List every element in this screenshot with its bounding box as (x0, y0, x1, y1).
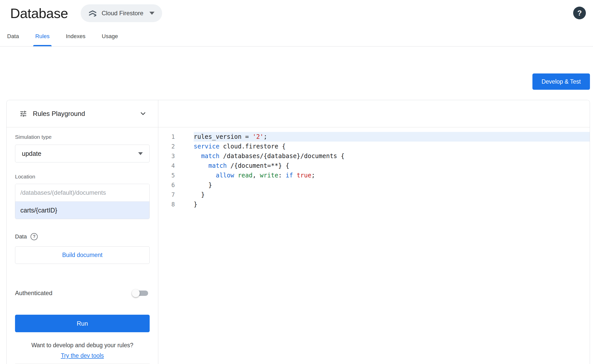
code-line[interactable]: 5 allow read, write: if true; (158, 171, 590, 180)
help-button[interactable]: ? (573, 7, 586, 19)
code-line[interactable]: 8} (158, 200, 590, 209)
tab-usage[interactable]: Usage (102, 26, 118, 46)
database-selector[interactable]: Cloud Firestore (81, 4, 162, 22)
helper-text: Want to develop and debug your rules? (15, 342, 150, 349)
rules-panel: Rules Playground Simulation type update … (6, 100, 590, 364)
line-number: 1 (158, 133, 194, 140)
playground-title: Rules Playground (33, 110, 134, 118)
code-text[interactable]: allow read, write: if true; (194, 171, 590, 180)
tab-data[interactable]: Data (7, 26, 19, 46)
page: Database Cloud Firestore ? Data Rules In… (0, 0, 593, 364)
location-input[interactable]: carts/{cartID} (15, 202, 149, 219)
header: Database Cloud Firestore ? (0, 0, 593, 26)
database-selector-label: Cloud Firestore (102, 10, 143, 17)
code-line[interactable]: 3 match /databases/{database}/documents … (158, 151, 590, 161)
line-number: 6 (158, 182, 194, 188)
tab-rules[interactable]: Rules (35, 26, 49, 46)
line-number: 7 (158, 191, 194, 198)
active-tab-underline (33, 45, 51, 46)
develop-test-button[interactable]: Develop & Test (532, 73, 590, 90)
build-document-button[interactable]: Build document (15, 246, 150, 264)
authenticated-row: Authenticated (15, 284, 150, 302)
code-line[interactable]: 2service cloud.firestore { (158, 142, 590, 151)
rules-playground-panel: Rules Playground Simulation type update … (7, 100, 158, 364)
actions-row: Develop & Test (0, 47, 593, 90)
simulation-type-select[interactable]: update (15, 145, 150, 162)
code-line[interactable]: 7 } (158, 190, 590, 200)
tab-indexes[interactable]: Indexes (66, 26, 86, 46)
rules-editor: 1rules_version = '2';2service cloud.fire… (158, 100, 590, 364)
line-number: 4 (158, 162, 194, 169)
code-line[interactable]: 6 } (158, 180, 590, 190)
code-line[interactable]: 4 match /{document=**} { (158, 161, 590, 171)
playground-footer: Authenticated Run Want to develop and de… (7, 279, 158, 364)
firestore-icon (88, 9, 97, 18)
code-text[interactable]: } (194, 180, 590, 190)
location-placeholder[interactable]: /databases/(default)/documents (15, 184, 149, 202)
location-label: Location (15, 174, 150, 180)
chevron-down-icon (149, 12, 154, 15)
code-line[interactable]: 1rules_version = '2'; (158, 132, 590, 142)
code-area[interactable]: 1rules_version = '2';2service cloud.fire… (158, 127, 590, 209)
playground-header[interactable]: Rules Playground (7, 100, 158, 127)
code-text[interactable]: rules_version = '2'; (194, 132, 590, 142)
code-text[interactable]: service cloud.firestore { (194, 142, 590, 151)
playground-form: Simulation type update Location /databas… (7, 127, 158, 279)
line-number: 2 (158, 143, 194, 150)
code-text[interactable]: match /{document=**} { (194, 161, 590, 171)
line-number: 8 (158, 201, 194, 208)
run-button[interactable]: Run (15, 315, 150, 332)
data-section: Data ? (15, 233, 150, 240)
authenticated-toggle[interactable] (132, 289, 150, 298)
authenticated-label: Authenticated (15, 290, 52, 297)
code-text[interactable]: } (194, 190, 590, 200)
dev-tools-link[interactable]: Try the dev tools (15, 352, 150, 359)
simulation-type-label: Simulation type (15, 134, 150, 140)
location-field: /databases/(default)/documents carts/{ca… (15, 184, 150, 219)
tab-bar: Data Rules Indexes Usage (0, 26, 593, 47)
question-mark-icon: ? (577, 9, 582, 17)
line-number: 3 (158, 153, 194, 159)
page-title: Database (10, 5, 68, 21)
code-text[interactable]: } (194, 200, 590, 209)
tune-icon (19, 110, 27, 118)
help-circle-icon[interactable]: ? (31, 233, 38, 240)
chevron-down-icon (138, 152, 143, 155)
data-label: Data (15, 233, 27, 240)
simulation-type-value: update (22, 150, 41, 157)
line-number: 5 (158, 172, 194, 179)
toggle-thumb (132, 289, 140, 297)
collapse-chevron-icon[interactable] (139, 110, 147, 117)
editor-toolbar (158, 100, 590, 127)
code-text[interactable]: match /databases/{database}/documents { (194, 151, 590, 161)
